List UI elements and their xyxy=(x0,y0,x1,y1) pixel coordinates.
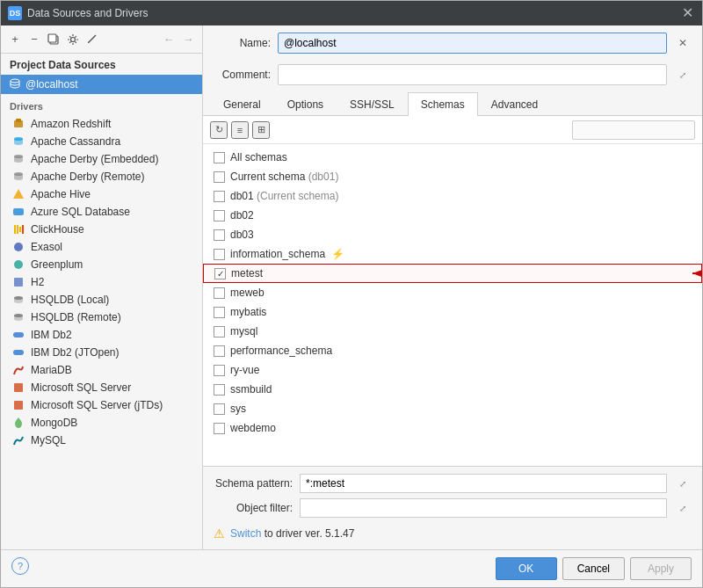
schema-item[interactable]: sys xyxy=(203,399,702,418)
schema-item[interactable]: mysql xyxy=(203,322,702,341)
driver-h2[interactable]: H2 xyxy=(1,273,202,291)
schema-item[interactable]: ssmbuild xyxy=(203,380,702,399)
driver-mariadb[interactable]: MariaDB xyxy=(1,361,202,379)
mysql-icon xyxy=(11,433,25,447)
schema-item[interactable]: db03 xyxy=(203,225,702,244)
schema-item[interactable]: Current schema (db01) xyxy=(203,167,702,186)
expand-object-filter-button[interactable]: ⤢ xyxy=(674,499,692,517)
driver-mysql[interactable]: MySQL xyxy=(1,432,202,449)
back-button[interactable]: ← xyxy=(160,31,178,48)
select-all-button[interactable]: ≡ xyxy=(231,121,249,139)
schema-name-metest: metest xyxy=(231,267,263,279)
main-content: + − ← → Project Data Sources xyxy=(1,25,702,549)
driver-azure-sql[interactable]: Azure SQL Database xyxy=(1,203,202,221)
schema-item[interactable]: webdemo xyxy=(203,418,702,438)
app-icon: DS xyxy=(8,6,22,20)
driver-apache-derby-remote[interactable]: Apache Derby (Remote) xyxy=(1,168,202,185)
schema-checkbox[interactable] xyxy=(214,403,225,415)
apply-button[interactable]: Apply xyxy=(630,557,692,580)
localhost-source[interactable]: @localhost xyxy=(1,75,202,94)
schema-item[interactable]: db01 (Current schema) xyxy=(203,186,702,206)
name-input[interactable] xyxy=(278,33,667,54)
tab-ssh-ssl[interactable]: SSH/SSL xyxy=(337,92,408,116)
schema-name: information_schema ⚡ xyxy=(230,248,344,260)
ibm-db2-icon xyxy=(11,328,25,342)
schema-checkbox[interactable] xyxy=(214,384,225,396)
tab-advanced[interactable]: Advanced xyxy=(478,92,551,116)
expand-schema-pattern-button[interactable]: ⤢ xyxy=(674,475,692,492)
tab-options[interactable]: Options xyxy=(274,92,337,116)
schema-item[interactable]: meweb xyxy=(203,283,702,302)
schemas-content: ↻ ≡ ⊞ All schemas Current schema (db01) xyxy=(203,116,702,549)
driver-mongodb[interactable]: MongoDB xyxy=(1,414,202,432)
title-bar: DS Data Sources and Drivers ✕ xyxy=(1,1,702,25)
driver-greenplum[interactable]: Greenplum xyxy=(1,256,202,273)
schema-item[interactable]: performance_schema xyxy=(203,341,702,360)
edit-button[interactable] xyxy=(83,31,101,48)
schema-checkbox[interactable] xyxy=(214,423,225,434)
hsqldb-remote-icon xyxy=(11,310,25,324)
settings-button[interactable] xyxy=(64,31,82,48)
tab-schemas[interactable]: Schemas xyxy=(408,92,478,116)
schema-checkbox[interactable] xyxy=(214,326,225,338)
driver-apache-cassandra[interactable]: Apache Cassandra xyxy=(1,133,202,150)
schema-checkbox[interactable] xyxy=(214,191,225,202)
refresh-button[interactable]: ↻ xyxy=(210,121,228,139)
schema-checkbox[interactable] xyxy=(214,287,225,299)
schema-checkbox[interactable] xyxy=(214,171,225,183)
driver-apache-derby-embedded[interactable]: Apache Derby (Embedded) xyxy=(1,150,202,168)
driver-ibm-db2[interactable]: IBM Db2 xyxy=(1,326,202,344)
schema-checkbox[interactable] xyxy=(214,307,225,318)
add-button[interactable]: + xyxy=(6,31,24,48)
schema-checkbox[interactable] xyxy=(214,345,225,357)
driver-hsqldb-remote[interactable]: HSQLDB (Remote) xyxy=(1,309,202,326)
project-sources-list: @localhost xyxy=(1,75,202,94)
schema-item[interactable]: ry-vue xyxy=(203,360,702,380)
driver-mssql-jtds[interactable]: Microsoft SQL Server (jTDs) xyxy=(1,396,202,414)
expand-comment-button[interactable]: ⤢ xyxy=(674,66,692,83)
help-button[interactable]: ? xyxy=(11,557,29,575)
driver-exasol[interactable]: Exasol xyxy=(1,238,202,256)
driver-label: Exasol xyxy=(31,241,62,253)
schema-item[interactable]: All schemas xyxy=(203,148,702,167)
schema-name: webdemo xyxy=(230,422,276,434)
driver-hsqldb-local[interactable]: HSQLDB (Local) xyxy=(1,291,202,309)
driver-ibm-db2-jtopen[interactable]: IBM Db2 (JTOpen) xyxy=(1,344,202,361)
forward-button[interactable]: → xyxy=(179,31,197,48)
switch-link[interactable]: Switch xyxy=(230,527,261,540)
filter-button[interactable]: ⊞ xyxy=(252,121,270,139)
copy-button[interactable] xyxy=(45,31,62,48)
object-filter-input[interactable] xyxy=(300,498,667,518)
remove-button[interactable]: − xyxy=(25,31,43,48)
schema-checkbox[interactable] xyxy=(214,210,225,221)
schema-item[interactable]: mybatis xyxy=(203,302,702,322)
schema-item[interactable]: information_schema ⚡ xyxy=(203,244,702,264)
driver-label: MySQL xyxy=(31,434,66,446)
clear-button[interactable]: ✕ xyxy=(674,34,692,52)
schema-checkbox[interactable] xyxy=(214,249,225,260)
tabs: General Options SSH/SSL Schemas Advanced xyxy=(203,92,702,116)
schema-checkbox-metest[interactable]: ✓ xyxy=(214,268,226,279)
driver-label: ClickHouse xyxy=(31,223,84,236)
close-button[interactable]: ✕ xyxy=(680,6,695,20)
schema-name: All schemas xyxy=(230,151,287,163)
tab-general[interactable]: General xyxy=(210,92,274,116)
schema-checkbox[interactable] xyxy=(214,152,225,163)
driver-clickhouse[interactable]: ClickHouse xyxy=(1,221,202,238)
driver-amazon-redshift[interactable]: Amazon Redshift xyxy=(1,115,202,133)
driver-apache-hive[interactable]: Apache Hive xyxy=(1,185,202,203)
cancel-button[interactable]: Cancel xyxy=(562,557,625,580)
azure-sql-icon xyxy=(11,205,25,219)
schema-item-metest[interactable]: ✓ metest xyxy=(203,264,702,283)
dialog-title: Data Sources and Drivers xyxy=(27,7,675,19)
driver-mssql[interactable]: Microsoft SQL Server xyxy=(1,379,202,396)
schema-checkbox[interactable] xyxy=(214,229,225,241)
schema-item[interactable]: db02 xyxy=(203,206,702,225)
schema-checkbox[interactable] xyxy=(214,365,225,376)
schema-pattern-input[interactable] xyxy=(300,474,667,493)
driver-label: Microsoft SQL Server xyxy=(31,381,131,394)
comment-input[interactable] xyxy=(278,64,667,85)
svg-rect-13 xyxy=(19,227,21,232)
schema-search-input[interactable] xyxy=(572,120,695,140)
ok-button[interactable]: OK xyxy=(496,557,557,580)
